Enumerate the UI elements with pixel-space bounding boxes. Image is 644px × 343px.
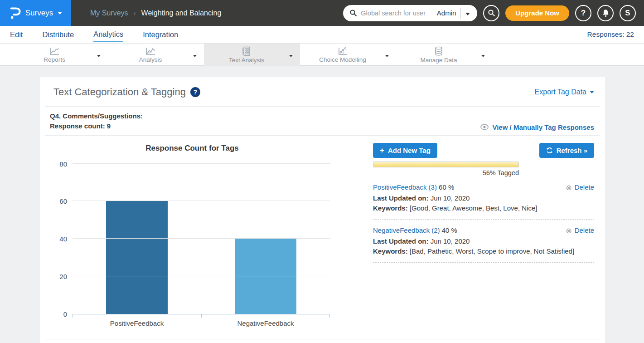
response-count-label: Response count: 9 xyxy=(50,121,143,131)
analysis-dropdown[interactable] xyxy=(193,51,204,59)
chevron-down-icon xyxy=(289,55,293,57)
bell-icon xyxy=(602,9,610,17)
search-icon xyxy=(488,9,495,17)
tag-percent: 40 % xyxy=(442,226,457,234)
tagged-progress-fill xyxy=(373,162,518,167)
search-input[interactable] xyxy=(361,10,436,17)
delete-tag-button[interactable]: ⊗ Delete xyxy=(566,225,594,236)
subnav-item-text-analysis[interactable]: Text Analysis xyxy=(204,44,300,66)
brand-label: Surveys xyxy=(25,9,53,18)
database-icon xyxy=(434,46,444,56)
survey-tab-bar: Edit Distribute Analytics Integration Re… xyxy=(0,26,644,44)
circled-x-icon: ⊗ xyxy=(566,182,571,193)
delete-label: Delete xyxy=(575,225,594,236)
view-manually-tag-link[interactable]: View / Manually Tag Responses xyxy=(480,123,594,131)
subnav-item-reports[interactable]: Reports xyxy=(12,44,108,66)
y-axis-tick-label: 0 xyxy=(50,310,67,318)
tab-distribute[interactable]: Distribute xyxy=(42,27,74,42)
refresh-label: Refresh » xyxy=(557,147,587,154)
search-scope-dropdown[interactable] xyxy=(461,9,473,17)
line-chart-icon xyxy=(49,47,60,56)
chevron-down-icon xyxy=(385,55,389,57)
chevron-down-icon xyxy=(590,91,594,93)
x-axis-tick-mark xyxy=(73,314,73,318)
subnav-item-analysis[interactable]: Analysis xyxy=(108,44,204,66)
tag-percent: 60 % xyxy=(439,183,454,191)
upgrade-now-button[interactable]: Upgrade Now xyxy=(505,5,569,21)
account-avatar[interactable]: S xyxy=(620,5,636,21)
chevron-down-icon xyxy=(97,55,101,57)
breadcrumb: My Surveys › Weighting and Balancing xyxy=(90,9,221,17)
tab-edit[interactable]: Edit xyxy=(10,27,23,42)
tag-name-link[interactable]: PositiveFeedback (3) xyxy=(373,183,437,191)
text-categorization-card: Text Categorization & Tagging ? Export T… xyxy=(40,77,605,343)
chart-title: Response Count for Tags xyxy=(50,144,334,153)
choice-modelling-dropdown[interactable] xyxy=(385,51,396,59)
subnav-item-label: Manage Data xyxy=(420,57,457,64)
subnav-item-manage-data[interactable]: Manage Data xyxy=(396,44,492,66)
last-updated-label: Last Updated on: xyxy=(373,237,429,245)
bar-PositiveFeedback xyxy=(106,201,168,314)
question-mark-icon: ? xyxy=(581,9,586,18)
chevron-down-icon xyxy=(465,13,470,15)
bar-slot xyxy=(201,164,330,314)
multi-line-chart-icon xyxy=(145,47,156,56)
subnav-item-choice-modelling[interactable]: Choice Modelling xyxy=(300,44,396,66)
last-updated-label: Last Updated on: xyxy=(373,194,429,202)
tab-integration[interactable]: Integration xyxy=(143,27,178,42)
bar-NegativeFeedback xyxy=(235,239,296,314)
manage-data-dropdown[interactable] xyxy=(481,51,492,59)
help-button[interactable]: ? xyxy=(575,5,591,21)
circled-x-icon: ⊗ xyxy=(566,225,571,236)
brand-menu[interactable]: Surveys xyxy=(0,0,71,26)
last-updated-value: Jun 10, 2020 xyxy=(431,237,470,245)
gridline xyxy=(73,201,330,201)
gridline xyxy=(73,238,330,239)
subnav-item-label: Reports xyxy=(44,56,65,63)
analytics-subnav: Reports Analysis xyxy=(0,44,644,66)
y-axis-tick-label: 40 xyxy=(50,235,67,243)
export-tag-data-dropdown[interactable]: Export Tag Data xyxy=(535,88,594,96)
x-axis-tick-mark xyxy=(201,314,202,318)
search-scope-label[interactable]: Admin xyxy=(437,9,461,17)
gridline xyxy=(73,276,330,276)
breadcrumb-current: Weighting and Balancing xyxy=(141,9,222,17)
title-help-icon[interactable]: ? xyxy=(190,87,200,97)
breadcrumb-my-surveys[interactable]: My Surveys xyxy=(90,9,128,17)
global-search-box[interactable]: Admin xyxy=(343,5,477,21)
breadcrumb-separator-icon: › xyxy=(134,9,136,17)
reports-dropdown[interactable] xyxy=(97,51,108,59)
y-axis-tick-label: 20 xyxy=(50,272,67,280)
delete-tag-button[interactable]: ⊗ Delete xyxy=(566,182,594,193)
questionpro-logo-icon xyxy=(9,6,21,20)
tag-item: NegativeFeedback (2) 40 % ⊗ Delete Last … xyxy=(373,225,594,263)
chart-plot: 020406080 xyxy=(73,164,330,314)
eye-icon xyxy=(480,124,489,130)
chevron-down-icon xyxy=(481,55,485,57)
tag-name-link[interactable]: NegativeFeedback (2) xyxy=(373,226,440,234)
search-button[interactable] xyxy=(483,5,499,21)
keywords-label: Keywords: xyxy=(373,204,408,212)
refresh-button[interactable]: Refresh » xyxy=(539,143,594,158)
add-new-tag-label: Add New Tag xyxy=(388,147,431,154)
keywords-value: [Good, Great, Awesome, Best, Love, Nice] xyxy=(410,204,537,212)
text-analysis-dropdown[interactable] xyxy=(289,51,300,59)
chart-bars xyxy=(73,164,330,314)
x-axis-label: PositiveFeedback xyxy=(73,319,201,327)
gridline xyxy=(73,163,330,164)
last-updated-value: Jun 10, 2020 xyxy=(431,194,470,202)
tags-panel: + Add New Tag Refresh » xyxy=(334,138,594,327)
add-new-tag-button[interactable]: + Add New Tag xyxy=(373,143,437,158)
scatter-chart-icon xyxy=(337,47,348,56)
x-axis-tick-mark xyxy=(329,314,330,318)
y-axis-tick-label: 80 xyxy=(50,160,67,167)
delete-label: Delete xyxy=(575,182,594,193)
avatar-initial: S xyxy=(625,9,630,18)
subnav-item-label: Analysis xyxy=(139,56,162,63)
tab-analytics[interactable]: Analytics xyxy=(93,27,123,42)
subnav-item-label: Choice Modelling xyxy=(319,56,366,63)
x-axis-label: NegativeFeedback xyxy=(201,319,330,327)
notifications-button[interactable] xyxy=(597,5,614,21)
plus-icon: + xyxy=(380,147,384,154)
question-label: Q4. Comments/Suggestions: xyxy=(50,111,143,121)
